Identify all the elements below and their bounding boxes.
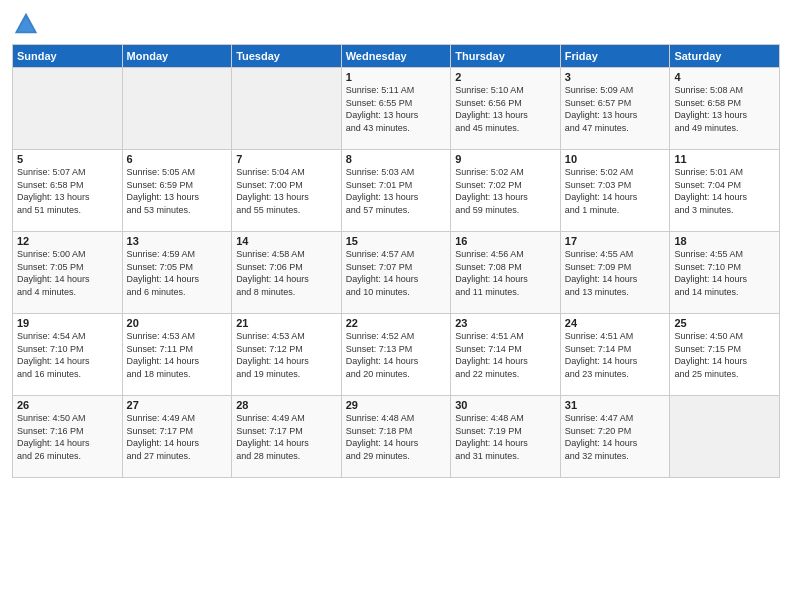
calendar-cell: 30Sunrise: 4:48 AM Sunset: 7:19 PM Dayli…	[451, 396, 561, 478]
calendar-cell: 24Sunrise: 4:51 AM Sunset: 7:14 PM Dayli…	[560, 314, 670, 396]
day-info: Sunrise: 4:49 AM Sunset: 7:17 PM Dayligh…	[127, 412, 228, 462]
day-number: 2	[455, 71, 556, 83]
day-number: 31	[565, 399, 666, 411]
day-number: 18	[674, 235, 775, 247]
calendar-cell: 6Sunrise: 5:05 AM Sunset: 6:59 PM Daylig…	[122, 150, 232, 232]
weekday-header-row: SundayMondayTuesdayWednesdayThursdayFrid…	[13, 45, 780, 68]
calendar-cell: 11Sunrise: 5:01 AM Sunset: 7:04 PM Dayli…	[670, 150, 780, 232]
day-info: Sunrise: 4:48 AM Sunset: 7:19 PM Dayligh…	[455, 412, 556, 462]
logo-icon	[12, 10, 40, 38]
calendar-cell: 10Sunrise: 5:02 AM Sunset: 7:03 PM Dayli…	[560, 150, 670, 232]
day-info: Sunrise: 5:04 AM Sunset: 7:00 PM Dayligh…	[236, 166, 337, 216]
day-info: Sunrise: 5:10 AM Sunset: 6:56 PM Dayligh…	[455, 84, 556, 134]
calendar-cell: 9Sunrise: 5:02 AM Sunset: 7:02 PM Daylig…	[451, 150, 561, 232]
day-info: Sunrise: 5:02 AM Sunset: 7:02 PM Dayligh…	[455, 166, 556, 216]
day-info: Sunrise: 5:03 AM Sunset: 7:01 PM Dayligh…	[346, 166, 447, 216]
day-info: Sunrise: 5:11 AM Sunset: 6:55 PM Dayligh…	[346, 84, 447, 134]
day-info: Sunrise: 4:50 AM Sunset: 7:16 PM Dayligh…	[17, 412, 118, 462]
week-row-3: 19Sunrise: 4:54 AM Sunset: 7:10 PM Dayli…	[13, 314, 780, 396]
calendar-cell: 20Sunrise: 4:53 AM Sunset: 7:11 PM Dayli…	[122, 314, 232, 396]
day-info: Sunrise: 4:50 AM Sunset: 7:15 PM Dayligh…	[674, 330, 775, 380]
calendar-cell: 23Sunrise: 4:51 AM Sunset: 7:14 PM Dayli…	[451, 314, 561, 396]
day-number: 5	[17, 153, 118, 165]
day-info: Sunrise: 4:54 AM Sunset: 7:10 PM Dayligh…	[17, 330, 118, 380]
calendar-cell: 25Sunrise: 4:50 AM Sunset: 7:15 PM Dayli…	[670, 314, 780, 396]
day-info: Sunrise: 4:59 AM Sunset: 7:05 PM Dayligh…	[127, 248, 228, 298]
day-number: 13	[127, 235, 228, 247]
calendar-cell: 31Sunrise: 4:47 AM Sunset: 7:20 PM Dayli…	[560, 396, 670, 478]
calendar-cell: 5Sunrise: 5:07 AM Sunset: 6:58 PM Daylig…	[13, 150, 123, 232]
day-number: 8	[346, 153, 447, 165]
day-info: Sunrise: 5:01 AM Sunset: 7:04 PM Dayligh…	[674, 166, 775, 216]
day-number: 22	[346, 317, 447, 329]
weekday-header-sunday: Sunday	[13, 45, 123, 68]
calendar-cell	[13, 68, 123, 150]
day-number: 4	[674, 71, 775, 83]
day-number: 17	[565, 235, 666, 247]
day-info: Sunrise: 4:56 AM Sunset: 7:08 PM Dayligh…	[455, 248, 556, 298]
day-number: 29	[346, 399, 447, 411]
calendar-cell: 19Sunrise: 4:54 AM Sunset: 7:10 PM Dayli…	[13, 314, 123, 396]
day-number: 30	[455, 399, 556, 411]
day-info: Sunrise: 4:49 AM Sunset: 7:17 PM Dayligh…	[236, 412, 337, 462]
day-number: 1	[346, 71, 447, 83]
calendar-cell: 28Sunrise: 4:49 AM Sunset: 7:17 PM Dayli…	[232, 396, 342, 478]
calendar-cell: 29Sunrise: 4:48 AM Sunset: 7:18 PM Dayli…	[341, 396, 451, 478]
day-number: 12	[17, 235, 118, 247]
calendar-cell: 15Sunrise: 4:57 AM Sunset: 7:07 PM Dayli…	[341, 232, 451, 314]
day-info: Sunrise: 4:51 AM Sunset: 7:14 PM Dayligh…	[455, 330, 556, 380]
day-info: Sunrise: 4:53 AM Sunset: 7:11 PM Dayligh…	[127, 330, 228, 380]
day-info: Sunrise: 5:09 AM Sunset: 6:57 PM Dayligh…	[565, 84, 666, 134]
day-info: Sunrise: 4:51 AM Sunset: 7:14 PM Dayligh…	[565, 330, 666, 380]
day-info: Sunrise: 4:48 AM Sunset: 7:18 PM Dayligh…	[346, 412, 447, 462]
day-number: 26	[17, 399, 118, 411]
weekday-header-wednesday: Wednesday	[341, 45, 451, 68]
day-info: Sunrise: 5:08 AM Sunset: 6:58 PM Dayligh…	[674, 84, 775, 134]
day-number: 21	[236, 317, 337, 329]
calendar-body: 1Sunrise: 5:11 AM Sunset: 6:55 PM Daylig…	[13, 68, 780, 478]
calendar-cell: 7Sunrise: 5:04 AM Sunset: 7:00 PM Daylig…	[232, 150, 342, 232]
weekday-header-monday: Monday	[122, 45, 232, 68]
day-number: 28	[236, 399, 337, 411]
week-row-1: 5Sunrise: 5:07 AM Sunset: 6:58 PM Daylig…	[13, 150, 780, 232]
day-number: 16	[455, 235, 556, 247]
day-info: Sunrise: 4:55 AM Sunset: 7:10 PM Dayligh…	[674, 248, 775, 298]
calendar-cell: 14Sunrise: 4:58 AM Sunset: 7:06 PM Dayli…	[232, 232, 342, 314]
day-info: Sunrise: 5:05 AM Sunset: 6:59 PM Dayligh…	[127, 166, 228, 216]
day-info: Sunrise: 4:57 AM Sunset: 7:07 PM Dayligh…	[346, 248, 447, 298]
calendar-cell: 12Sunrise: 5:00 AM Sunset: 7:05 PM Dayli…	[13, 232, 123, 314]
day-info: Sunrise: 4:52 AM Sunset: 7:13 PM Dayligh…	[346, 330, 447, 380]
calendar-cell	[122, 68, 232, 150]
calendar-cell	[232, 68, 342, 150]
weekday-header-thursday: Thursday	[451, 45, 561, 68]
day-info: Sunrise: 4:55 AM Sunset: 7:09 PM Dayligh…	[565, 248, 666, 298]
day-number: 19	[17, 317, 118, 329]
week-row-0: 1Sunrise: 5:11 AM Sunset: 6:55 PM Daylig…	[13, 68, 780, 150]
header	[12, 10, 780, 38]
calendar: SundayMondayTuesdayWednesdayThursdayFrid…	[12, 44, 780, 478]
calendar-cell: 21Sunrise: 4:53 AM Sunset: 7:12 PM Dayli…	[232, 314, 342, 396]
calendar-cell: 8Sunrise: 5:03 AM Sunset: 7:01 PM Daylig…	[341, 150, 451, 232]
day-info: Sunrise: 5:02 AM Sunset: 7:03 PM Dayligh…	[565, 166, 666, 216]
day-number: 15	[346, 235, 447, 247]
day-number: 25	[674, 317, 775, 329]
calendar-cell: 17Sunrise: 4:55 AM Sunset: 7:09 PM Dayli…	[560, 232, 670, 314]
day-number: 6	[127, 153, 228, 165]
week-row-2: 12Sunrise: 5:00 AM Sunset: 7:05 PM Dayli…	[13, 232, 780, 314]
weekday-header-tuesday: Tuesday	[232, 45, 342, 68]
day-number: 9	[455, 153, 556, 165]
calendar-cell: 1Sunrise: 5:11 AM Sunset: 6:55 PM Daylig…	[341, 68, 451, 150]
calendar-cell: 13Sunrise: 4:59 AM Sunset: 7:05 PM Dayli…	[122, 232, 232, 314]
day-info: Sunrise: 4:58 AM Sunset: 7:06 PM Dayligh…	[236, 248, 337, 298]
day-number: 10	[565, 153, 666, 165]
calendar-cell: 3Sunrise: 5:09 AM Sunset: 6:57 PM Daylig…	[560, 68, 670, 150]
day-info: Sunrise: 5:07 AM Sunset: 6:58 PM Dayligh…	[17, 166, 118, 216]
day-number: 27	[127, 399, 228, 411]
calendar-cell: 22Sunrise: 4:52 AM Sunset: 7:13 PM Dayli…	[341, 314, 451, 396]
day-number: 14	[236, 235, 337, 247]
week-row-4: 26Sunrise: 4:50 AM Sunset: 7:16 PM Dayli…	[13, 396, 780, 478]
day-number: 3	[565, 71, 666, 83]
calendar-cell	[670, 396, 780, 478]
weekday-header-saturday: Saturday	[670, 45, 780, 68]
calendar-header: SundayMondayTuesdayWednesdayThursdayFrid…	[13, 45, 780, 68]
